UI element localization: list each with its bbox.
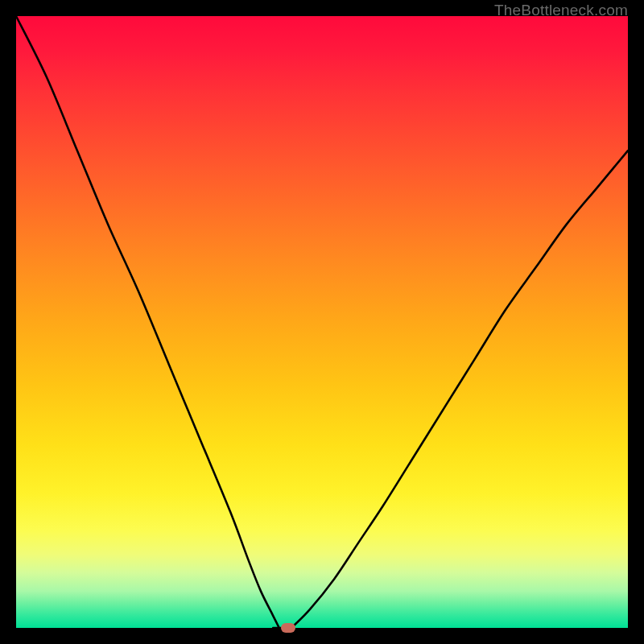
bottleneck-curve [16,16,628,628]
curve-path [16,16,628,628]
optimum-marker [281,623,295,633]
chart-frame: TheBottleneck.com [0,0,644,644]
plot-area [16,16,628,628]
